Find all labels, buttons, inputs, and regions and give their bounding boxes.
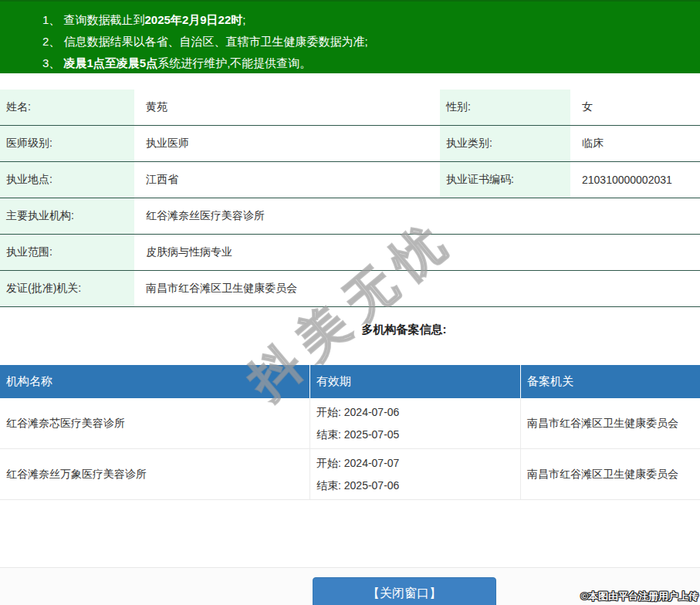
table-row: 执业范围: 皮肤病与性病专业 [0, 235, 700, 271]
filing-validity: 开始: 2024-07-07 结束: 2025-07-06 [310, 449, 521, 500]
field-label-name: 姓名: [0, 90, 134, 126]
field-label-practice-category: 执业类别: [440, 126, 570, 162]
notice-line-1: 1、 查询数据截止到2025年2月9日22时; [42, 9, 700, 31]
filing-validity: 开始: 2024-07-06 结束: 2025-07-05 [310, 398, 521, 449]
validity-start: 开始: 2024-07-07 [316, 452, 514, 475]
validity-end: 结束: 2025-07-06 [316, 475, 514, 497]
field-value-issuing-authority: 南昌市红谷滩区卫生健康委员会 [134, 271, 700, 307]
table-row: 姓名: 黄苑 性别: 女 [0, 90, 700, 126]
notice-line-2: 2、 信息数据结果以各省、自治区、直辖市卫生健康委数据为准; [42, 31, 700, 52]
filing-org-name: 红谷滩奈芯医疗美容诊所 [0, 398, 310, 449]
field-label-certificate-number: 执业证书编码: [440, 162, 570, 198]
notice-line-3: 3、 凌晨1点至凌晨5点系统进行维护,不能提供查询。 [42, 52, 700, 74]
field-value-practice-category: 临床 [570, 126, 700, 162]
field-value-practice-scope: 皮肤病与性病专业 [134, 235, 700, 271]
table-row: 主要执业机构: 红谷滩奈丝医疗美容诊所 [0, 198, 700, 235]
column-header-validity: 有效期 [310, 365, 521, 398]
table-row: 红谷滩奈芯医疗美容诊所 开始: 2024-07-06 结束: 2025-07-0… [0, 398, 700, 449]
field-value-gender: 女 [570, 90, 700, 126]
footer-bar: 【关闭窗口】 [0, 567, 700, 605]
column-header-org-name: 机构名称 [0, 365, 310, 398]
table-row: 红谷滩奈丝万象医疗美容诊所 开始: 2024-07-07 结束: 2025-07… [0, 449, 700, 500]
field-value-practice-location: 江西省 [134, 162, 440, 198]
notice-banner: 1、 查询数据截止到2025年2月9日22时; 2、 信息数据结果以各省、自治区… [0, 0, 700, 73]
field-label-doctor-level: 医师级别: [0, 126, 134, 162]
field-value-doctor-level: 执业医师 [134, 126, 440, 162]
table-row: 医师级别: 执业医师 执业类别: 临床 [0, 126, 700, 162]
field-label-main-institution: 主要执业机构: [0, 198, 134, 235]
field-value-certificate-number: 210310000002031 [570, 162, 700, 198]
field-label-gender: 性别: [440, 90, 570, 126]
close-window-button[interactable]: 【关闭窗口】 [313, 577, 496, 605]
field-label-issuing-authority: 发证(批准)机关: [0, 271, 134, 307]
filing-authority: 南昌市红谷滩区卫生健康委员会 [521, 398, 700, 449]
field-label-practice-location: 执业地点: [0, 162, 134, 198]
table-row: 发证(批准)机关: 南昌市红谷滩区卫生健康委员会 [0, 271, 700, 307]
filing-table: 机构名称 有效期 备案机关 红谷滩奈芯医疗美容诊所 开始: 2024-07-06… [0, 365, 700, 500]
filing-table-header-row: 机构名称 有效期 备案机关 [0, 365, 700, 398]
validity-start: 开始: 2024-07-06 [316, 401, 514, 424]
column-header-filing-authority: 备案机关 [521, 365, 700, 398]
doctor-info-table: 姓名: 黄苑 性别: 女 医师级别: 执业医师 执业类别: 临床 执业地点: 江… [0, 90, 700, 307]
field-value-main-institution: 红谷滩奈丝医疗美容诊所 [134, 198, 700, 235]
multi-institution-filing-title: 多机构备案信息: [0, 323, 700, 336]
field-label-practice-scope: 执业范围: [0, 235, 134, 271]
table-row: 执业地点: 江西省 执业证书编码: 210310000002031 [0, 162, 700, 198]
filing-authority: 南昌市红谷滩区卫生健康委员会 [521, 449, 700, 500]
validity-end: 结束: 2025-07-05 [316, 424, 514, 446]
filing-org-name: 红谷滩奈丝万象医疗美容诊所 [0, 449, 310, 500]
field-value-name: 黄苑 [134, 90, 440, 126]
